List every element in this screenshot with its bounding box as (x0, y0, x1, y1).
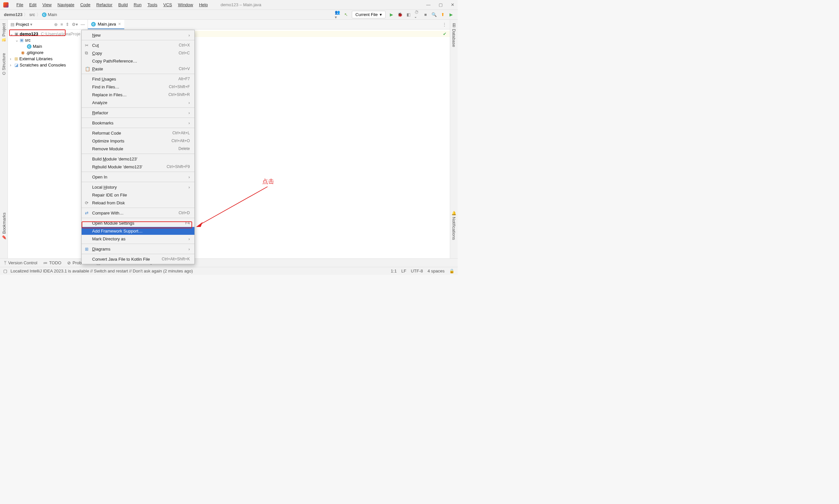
sidebar-bookmarks-tab[interactable]: 🔖 Bookmarks (2, 211, 6, 242)
select-opened-icon[interactable]: ⊕ (54, 22, 58, 27)
cm-local-history[interactable]: Local History› (82, 183, 194, 191)
menu-edit[interactable]: Edit (26, 1, 39, 8)
status-indent[interactable]: 4 spaces (428, 269, 445, 273)
class-icon: C (42, 13, 47, 17)
sidebar-structure-tab[interactable]: ⌬ Structure (1, 51, 6, 77)
bottom-todo-tab[interactable]: ≔TODO (43, 260, 61, 265)
cm-paste[interactable]: 📋PasteCtrl+V (82, 65, 194, 73)
update-icon[interactable]: ⬆ (440, 12, 445, 17)
tree-scratches[interactable]: › ◪ Scratches and Consoles (8, 62, 88, 68)
build-hammer-icon[interactable]: ↖ (343, 12, 348, 17)
cm-open-in[interactable]: Open In› (82, 173, 194, 181)
cm-cut[interactable]: ✂CutCtrl+X (82, 41, 194, 49)
gear-icon[interactable]: ⚙▾ (72, 22, 78, 27)
window-close[interactable]: ✕ (451, 2, 455, 7)
sidebar-notifications-tab[interactable]: 🔔 Notifications (451, 209, 456, 242)
expand-all-icon[interactable]: ≡ (60, 22, 63, 27)
cm-analyze[interactable]: Analyze› (82, 98, 194, 106)
menu-build[interactable]: Build (115, 1, 131, 8)
chevron-right-icon: › (10, 56, 13, 61)
user-dropdown-icon[interactable]: 👥▾ (335, 12, 340, 17)
cm-find-in-files[interactable]: Find in Files…Ctrl+Shift+F (82, 83, 194, 91)
menu-code[interactable]: Code (78, 1, 93, 8)
annotation-highlight-box (9, 30, 66, 36)
cĭm-optimize[interactable]: Optimize ImportsCtrl+Alt+O (82, 137, 194, 145)
cm-copy-path[interactable]: Copy Path/Reference… (82, 57, 194, 65)
cm-open-module-settings[interactable]: Open Module SettingsF4 (82, 219, 194, 227)
ide-play-icon[interactable]: ▶ (448, 12, 454, 17)
library-icon: ⊞ (14, 56, 18, 61)
editor-tab-label: Main.java (98, 22, 116, 26)
submenu-arrow-icon: › (189, 110, 190, 115)
profiler-icon[interactable]: ⏱▾ (414, 12, 420, 17)
menu-help[interactable]: Help (196, 1, 211, 8)
menu-view[interactable]: View (39, 1, 54, 8)
status-encoding[interactable]: UTF-8 (411, 269, 423, 273)
status-overlay-icon[interactable]: ▢ (3, 269, 7, 273)
separator (82, 40, 194, 40)
cm-find-usages[interactable]: Find UsagesAlt+F7 (82, 75, 194, 83)
close-icon[interactable]: ✕ (118, 22, 121, 26)
breadcrumb-sep-icon: 〉 (36, 12, 41, 18)
cm-new[interactable]: New› (82, 31, 194, 39)
menu-tools[interactable]: Tools (144, 1, 160, 8)
cm-remove-module[interactable]: Remove ModuleDelete (82, 145, 194, 152)
run-button-icon[interactable]: ▶ (389, 12, 394, 17)
tree-gitignore[interactable]: ◉ .gitignore (8, 50, 88, 56)
chevron-down-icon[interactable]: ▾ (30, 22, 32, 27)
editor-tab[interactable]: C Main.java ✕ (88, 20, 124, 29)
stop-icon[interactable]: ■ (423, 12, 428, 17)
branch-icon: ᛘ (4, 260, 6, 265)
cm-reformat[interactable]: Reformat CodeCtrl+Alt+L (82, 129, 194, 137)
cm-add-framework[interactable]: Add Framework Support… (82, 227, 194, 235)
window-minimize[interactable]: — (426, 2, 430, 7)
hide-icon[interactable]: — (81, 22, 85, 27)
collapse-all-icon[interactable]: ⇕ (66, 22, 69, 27)
submenu-arrow-icon: › (189, 175, 190, 179)
status-message[interactable]: Localized IntelliJ IDEA 2023.1 is availa… (11, 269, 193, 273)
menu-navigate[interactable]: Navigate (54, 1, 77, 8)
cm-diagrams[interactable]: ⊞Diagrams› (82, 245, 194, 253)
bottom-tabs: ᛘVersion Control ≔TODO ⊘Problems ▣Termin… (0, 258, 458, 267)
status-position[interactable]: 1:1 (391, 269, 397, 273)
menu-vcs[interactable]: VCS (160, 1, 175, 8)
cm-repair-ide[interactable]: Repair IDE on File (82, 191, 194, 199)
status-lock-icon[interactable]: 🔒 (449, 269, 455, 273)
window-maximize[interactable]: ▢ (439, 2, 443, 7)
cm-rebuild-module[interactable]: Rebuild Module 'demo123'Ctrl+Shift+F9 (82, 163, 194, 170)
debug-button-icon[interactable]: 🐞 (397, 12, 403, 17)
tree-item-label: Scratches and Consoles (20, 62, 66, 68)
editor-tab-menu-icon[interactable]: ⋮ (442, 22, 450, 27)
status-line-ending[interactable]: LF (401, 269, 406, 273)
cm-refactor[interactable]: Refactor› (82, 109, 194, 116)
cm-bookmarks[interactable]: Bookmarks› (82, 119, 194, 127)
menu-window[interactable]: Window (175, 1, 196, 8)
submenu-arrow-icon: › (189, 247, 190, 252)
cm-reload-disk[interactable]: ⟳Reload from Disk (82, 199, 194, 206)
run-config-selector[interactable]: Current File ▾ (352, 11, 386, 18)
sidebar-project-tab[interactable]: 📁 Project (1, 21, 6, 44)
cm-build-module[interactable]: Build Module 'demo123' (82, 155, 194, 163)
cm-replace-in-files[interactable]: Replace in Files…Ctrl+Shift+R (82, 91, 194, 98)
menu-file[interactable]: File (14, 1, 26, 8)
search-icon[interactable]: 🔍 (431, 12, 437, 17)
cm-copy[interactable]: ⧉CopyCtrl+C (82, 49, 194, 57)
breadcrumb-src[interactable]: src (29, 12, 35, 17)
breadcrumb[interactable]: demo123 〉 src 〉 C Main (4, 12, 57, 18)
cm-compare-with[interactable]: ⇄Compare With…Ctrl+D (82, 209, 194, 217)
inspection-ok-icon[interactable]: ✔ (443, 32, 447, 36)
submenu-arrow-icon: › (189, 33, 190, 38)
cm-mark-directory[interactable]: Mark Directory as› (82, 235, 194, 243)
project-pane-header[interactable]: ▤ Project ▾ ⊕ ≡ ⇕ ⚙▾ — (8, 20, 88, 30)
bottom-vcs-tab[interactable]: ᛘVersion Control (4, 260, 37, 265)
menu-refactor[interactable]: Refactor (93, 1, 115, 8)
breadcrumb-project[interactable]: demo123 (4, 12, 22, 17)
sidebar-database-tab[interactable]: 🗄 Database (451, 21, 456, 49)
tree-external-libs[interactable]: › ⊞ External Libraries (8, 56, 88, 62)
coverage-icon[interactable]: ◧ (406, 12, 411, 17)
tree-src[interactable]: ⌄ ▣ src (8, 37, 88, 43)
tree-main[interactable]: C Main (8, 43, 88, 50)
breadcrumb-class[interactable]: Main (48, 12, 57, 17)
menu-run[interactable]: Run (131, 1, 144, 8)
cm-convert-kotlin[interactable]: Convert Java File to Kotlin FileCtrl+Alt… (82, 255, 194, 263)
